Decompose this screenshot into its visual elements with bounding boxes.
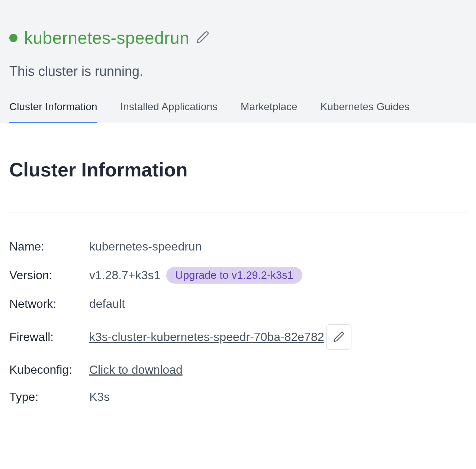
info-table: Name: kubernetes-speedrun Version: v1.28… (9, 240, 467, 404)
tab-marketplace[interactable]: Marketplace (241, 96, 298, 123)
cluster-status-text: This cluster is running. (9, 64, 467, 79)
network-value: default (89, 297, 467, 311)
tab-installed-applications[interactable]: Installed Applications (120, 96, 218, 123)
section-heading: Cluster Information (9, 159, 467, 181)
type-label: Type: (9, 390, 89, 404)
type-value: K3s (89, 390, 467, 404)
firewall-value: k3s-cluster-kubernetes-speedr-70ba-82e78… (89, 324, 467, 350)
tab-cluster-information[interactable]: Cluster Information (9, 96, 97, 123)
upgrade-badge[interactable]: Upgrade to v1.29.2-k3s1 (166, 267, 302, 284)
version-text: v1.28.7+k3s1 (89, 268, 160, 282)
tab-kubernetes-guides[interactable]: Kubernetes Guides (321, 96, 410, 123)
status-indicator-icon (9, 34, 17, 42)
network-label: Network: (9, 297, 89, 311)
name-label: Name: (9, 240, 89, 253)
edit-name-icon[interactable] (196, 31, 209, 45)
kubeconfig-download-link[interactable]: Click to download (89, 363, 183, 377)
kubeconfig-label: Kubeconfig: (9, 363, 89, 377)
cluster-name-title: kubernetes-speedrun (24, 28, 189, 48)
kubeconfig-value: Click to download (89, 363, 467, 377)
name-value: kubernetes-speedrun (89, 240, 467, 253)
firewall-label: Firewall: (9, 330, 89, 344)
version-value: v1.28.7+k3s1 Upgrade to v1.29.2-k3s1 (89, 267, 467, 284)
firewall-link[interactable]: k3s-cluster-kubernetes-speedr-70ba-82e78… (89, 330, 324, 344)
content-section: Cluster Information Name: kubernetes-spe… (0, 123, 476, 404)
version-label: Version: (9, 268, 89, 282)
tabs-nav: Cluster Information Installed Applicatio… (9, 96, 467, 123)
title-row: kubernetes-speedrun (9, 28, 467, 48)
header-section: kubernetes-speedrun This cluster is runn… (0, 0, 476, 123)
pencil-icon (333, 331, 344, 342)
edit-firewall-button[interactable] (326, 324, 351, 350)
divider (9, 213, 467, 213)
